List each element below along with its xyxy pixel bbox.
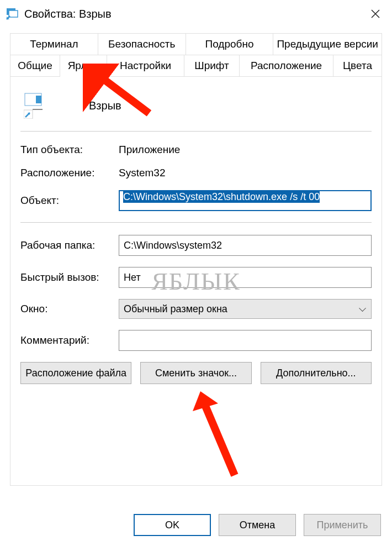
cancel-button[interactable]: Отмена xyxy=(219,514,296,536)
ok-button[interactable]: OK xyxy=(134,514,211,536)
type-label: Тип объекта: xyxy=(20,144,119,156)
shortcut-icon xyxy=(24,92,50,119)
advanced-button[interactable]: Дополнительно... xyxy=(261,362,372,384)
type-value: Приложение xyxy=(119,144,372,156)
comment-label: Комментарий: xyxy=(20,334,119,347)
target-label: Объект: xyxy=(20,195,119,207)
startin-label: Рабочая папка: xyxy=(20,239,119,251)
location-value: System32 xyxy=(119,167,372,179)
hotkey-label: Быстрый вызов: xyxy=(20,271,119,284)
run-select[interactable]: Обычный размер окна xyxy=(119,299,372,319)
shortcut-name: Взрыв xyxy=(89,99,121,112)
svg-rect-1 xyxy=(9,11,18,17)
tab-previous-versions[interactable]: Предыдущие версии xyxy=(273,34,382,55)
separator xyxy=(20,222,372,223)
tabs-row-2: Общие Ярлык Настройки Шрифт Расположение… xyxy=(10,55,382,77)
comment-input[interactable] xyxy=(119,330,372,351)
tabs-row-1: Терминал Безопасность Подробно Предыдущи… xyxy=(10,33,382,55)
tab-general[interactable]: Общие xyxy=(10,55,60,77)
window-title: Свойства: Взрыв xyxy=(24,8,364,20)
close-button[interactable] xyxy=(364,3,386,25)
tab-settings[interactable]: Настройки xyxy=(107,55,184,77)
svg-rect-4 xyxy=(33,109,43,110)
open-file-location-button[interactable]: Расположение файла xyxy=(20,362,131,384)
change-icon-button[interactable]: Сменить значок... xyxy=(140,362,251,384)
tab-security[interactable]: Безопасность xyxy=(98,34,186,55)
startin-input[interactable] xyxy=(119,235,372,256)
tab-colors[interactable]: Цвета xyxy=(333,55,382,77)
tab-layout[interactable]: Расположение xyxy=(240,55,333,77)
run-label: Окно: xyxy=(20,303,119,315)
titlebar: Свойства: Взрыв xyxy=(0,0,392,28)
apply-button[interactable]: Применить xyxy=(304,514,381,536)
hotkey-input[interactable] xyxy=(119,267,372,288)
shortcut-window-icon xyxy=(6,7,19,20)
svg-rect-3 xyxy=(36,96,41,103)
tab-font[interactable]: Шрифт xyxy=(184,55,240,77)
location-label: Расположение: xyxy=(20,167,119,179)
tab-details[interactable]: Подробно xyxy=(186,34,274,55)
dialog-footer: OK Отмена Применить xyxy=(134,514,381,536)
tab-terminal[interactable]: Терминал xyxy=(10,34,98,55)
target-input[interactable]: C:\Windows\System32\shutdown.exe /s /t 0… xyxy=(119,190,372,211)
tab-shortcut[interactable]: Ярлык xyxy=(60,55,107,77)
shortcut-tab-panel: Взрыв Тип объекта: Приложение Расположен… xyxy=(10,77,382,486)
